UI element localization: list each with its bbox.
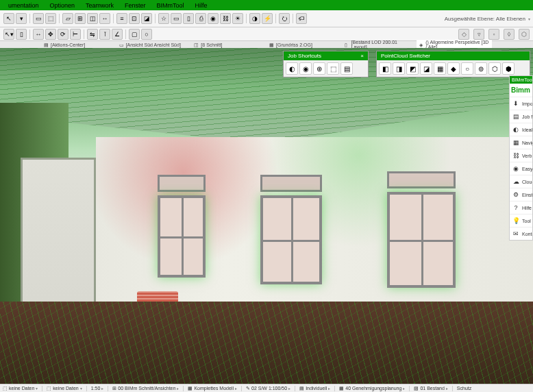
panel-body: ◐ ◉ ⊕ ⬚ ▤: [284, 60, 368, 77]
arrow-dd-icon[interactable]: ↖▾: [3, 29, 14, 40]
tool-icon[interactable]: ⬚: [45, 13, 56, 24]
tab-aktions-center[interactable]: ▤[Aktions-Center]: [41, 42, 116, 47]
cursor-icon[interactable]: ↖: [3, 13, 14, 24]
section-icon[interactable]: ⊡: [129, 13, 140, 24]
menu-fenster[interactable]: Fenster: [119, 2, 151, 9]
job-icon-3[interactable]: ⊕: [313, 62, 325, 75]
gear-icon: ⚙: [512, 191, 520, 199]
bolt-icon[interactable]: ⚡: [262, 13, 273, 24]
marquee-icon[interactable]: ▭: [33, 13, 44, 24]
job-icon-5[interactable]: ▤: [340, 62, 353, 75]
camera-icon[interactable]: ◉: [208, 13, 219, 24]
job-icon-2[interactable]: ◉: [299, 62, 312, 75]
pcs-icon-3[interactable]: ◩: [406, 62, 419, 75]
job-icon-4[interactable]: ⬚: [327, 62, 339, 75]
palette-easy2mo[interactable]: ◉Easy2Mo: [510, 162, 532, 175]
menu-umentation[interactable]: umentation: [3, 2, 45, 9]
menu-teamwork[interactable]: Teamwork: [80, 2, 119, 9]
doc-icon[interactable]: ▭: [171, 13, 182, 24]
palette-cloudto[interactable]: ☁Cloud To: [510, 175, 532, 188]
trace-icon[interactable]: ◪: [141, 13, 152, 24]
folder-icon[interactable]: ▯: [183, 13, 194, 24]
pcs-icon-10[interactable]: ⬢: [502, 62, 515, 75]
palette-verbinde[interactable]: ⛓Verbinde: [510, 149, 532, 162]
palette-kontakt[interactable]: ✉Kontakt: [510, 227, 532, 240]
palette-idealisie[interactable]: ◐Idealisie: [510, 123, 532, 136]
tag-icon[interactable]: 🏷: [296, 13, 307, 24]
close-icon[interactable]: ×: [360, 53, 364, 59]
level-icon[interactable]: ≡: [116, 13, 127, 24]
square-icon[interactable]: ▢: [129, 29, 140, 40]
align-icon[interactable]: ⊢: [70, 29, 81, 40]
angle-icon[interactable]: ∠: [112, 29, 123, 40]
palette-navigation[interactable]: ▦Navigatio: [510, 136, 532, 149]
opt4-icon[interactable]: ◊: [504, 29, 515, 40]
opt5-icon[interactable]: ⬡: [519, 29, 530, 40]
separator: [452, 386, 453, 391]
palette-tooltip[interactable]: 💡Tool Tip: [510, 214, 532, 227]
bimm-logo: Bimm: [510, 84, 532, 97]
pcs-icon-7[interactable]: ○: [461, 62, 473, 75]
pcs-icon-6[interactable]: ◆: [447, 62, 460, 75]
tab-grundriss[interactable]: ▦[Grundriss 2.OG]: [266, 42, 342, 47]
palette-import[interactable]: ⬇Importie: [510, 97, 532, 110]
star-icon[interactable]: ☆: [158, 13, 169, 24]
status-indiv[interactable]: ▤ Individuell ▸: [299, 386, 330, 391]
separator: [29, 14, 30, 23]
pcs-icon-8[interactable]: ⊚: [475, 62, 487, 75]
easy-icon: ◉: [512, 164, 520, 173]
palette-einstellung[interactable]: ⚙Einstellu: [510, 188, 532, 201]
status-set[interactable]: ⊞ 00 BIMm Schnitt/Ansichten ▸: [112, 386, 179, 391]
tab-ansicht-sued[interactable]: ▭[Ansicht Süd Ansicht Süd]: [116, 42, 192, 47]
chevron-down-icon[interactable]: ▾: [528, 16, 530, 21]
tip-icon: 💡: [512, 217, 520, 225]
opt2-icon[interactable]: ▿: [473, 29, 484, 40]
palette-jobman[interactable]: ▤Job Man: [510, 110, 532, 123]
pcs-icon-2[interactable]: ◨: [393, 62, 405, 75]
job-icon-1[interactable]: ◐: [286, 62, 298, 75]
orbit-icon[interactable]: ⭮: [279, 13, 290, 24]
palette-hilfe[interactable]: ?Hilfe: [510, 201, 532, 214]
status-bestand[interactable]: ▨ 01 Bestand ▸: [414, 386, 447, 391]
status-security[interactable]: Schutz: [457, 386, 471, 391]
measure-icon[interactable]: ↔: [99, 13, 110, 24]
pan-icon[interactable]: ✥: [45, 29, 56, 40]
item-label: Easy2Mo: [522, 167, 532, 171]
help-icon: ?: [512, 204, 520, 212]
separator: [42, 386, 42, 391]
tab-schnitt[interactable]: ◫[8 Schnitt]: [191, 42, 266, 47]
pcs-icon-9[interactable]: ⬡: [488, 62, 501, 75]
link-icon[interactable]: ⛓: [220, 13, 231, 24]
render-icon[interactable]: ◑: [249, 13, 260, 24]
ruler-icon[interactable]: ◫: [87, 13, 98, 24]
status-scale[interactable]: ✎ 02 S/W 1:100/50 ▸: [246, 386, 290, 391]
snap-icon[interactable]: ▱: [62, 13, 73, 24]
rotate-icon[interactable]: ⟳: [58, 29, 69, 40]
dim-icon[interactable]: ⊺: [99, 29, 110, 40]
status-model[interactable]: ▦ Komplettes Modell ▸: [188, 386, 237, 391]
pcs-icon-5[interactable]: ▦: [434, 62, 446, 75]
move-icon[interactable]: ↔: [33, 29, 44, 40]
print-icon[interactable]: ⎙: [195, 13, 206, 24]
opt1-icon[interactable]: ◇: [458, 29, 469, 40]
circle-icon[interactable]: ○: [141, 29, 152, 40]
dropdown-icon[interactable]: ▾: [16, 13, 27, 24]
pcs-icon-4[interactable]: ◪: [420, 62, 432, 75]
status-ratio[interactable]: 1:50 ▸: [91, 386, 104, 391]
page-icon[interactable]: ▯: [16, 29, 27, 40]
action-icon: ▤: [44, 42, 49, 47]
sun-icon[interactable]: ☀: [232, 13, 243, 24]
mirror-icon[interactable]: ⇋: [87, 29, 98, 40]
3d-viewport[interactable]: Job Shortcuts × ◐ ◉ ⊕ ⬚ ▤ PointCloud Swi…: [0, 48, 533, 384]
menu-bimmtool[interactable]: BIMmTool: [151, 2, 190, 9]
palette-title[interactable]: BIMmTool Pla: [510, 76, 532, 84]
grid-icon[interactable]: ⊞: [75, 13, 86, 24]
panel-header[interactable]: Job Shortcuts ×: [284, 51, 368, 60]
menu-hilfe[interactable]: Hilfe: [190, 2, 213, 9]
status-plan[interactable]: ▦ 40 Genehmigungsplanung ▸: [339, 386, 405, 391]
panel-header[interactable]: PointCloud Switcher: [377, 51, 530, 60]
menu-optionen[interactable]: Optionen: [45, 2, 81, 9]
item-label: Einstellu: [522, 193, 532, 197]
opt3-icon[interactable]: ◦: [488, 29, 499, 40]
pcs-icon-1[interactable]: ◧: [379, 62, 391, 75]
